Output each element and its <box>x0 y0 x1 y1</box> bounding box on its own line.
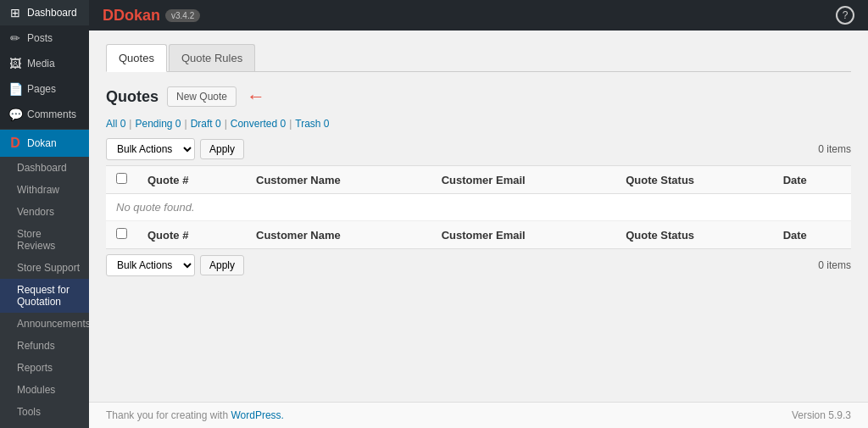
apply-button-bottom[interactable]: Apply <box>200 255 244 275</box>
sidebar-sub-store-support[interactable]: Store Support <box>0 257 89 279</box>
sidebar-item-label: Dashboard <box>27 7 77 19</box>
sidebar-item-label: Dokan <box>27 137 57 149</box>
footer: Thank you for creating with WordPress. V… <box>89 402 868 428</box>
wordpress-link[interactable]: WordPress. <box>231 409 283 421</box>
help-icon[interactable]: ? <box>836 6 854 25</box>
sidebar-item-posts[interactable]: ✏ Posts <box>0 25 89 51</box>
sidebar-item-label: Media <box>27 58 55 69</box>
sidebar-sub-verifications[interactable]: Verifications <box>0 423 89 428</box>
th-customer-name-bottom: Customer Name <box>246 221 431 249</box>
topbar: DDokan v3.4.2 ? <box>89 0 868 31</box>
sidebar-sub-tools[interactable]: Tools <box>0 401 89 423</box>
apply-button-top[interactable]: Apply <box>200 139 244 159</box>
select-all-checkbox-bottom[interactable] <box>116 228 127 239</box>
table-footer-header-row: Quote # Customer Name Customer Email Quo… <box>106 221 851 249</box>
select-all-checkbox-top[interactable] <box>116 173 127 184</box>
sidebar-sub-request-quotation[interactable]: Request for Quotation ← <box>0 279 89 313</box>
sidebar-sub-store-reviews[interactable]: Store Reviews <box>0 223 89 257</box>
sidebar-item-pages[interactable]: 📄 Pages <box>0 76 89 102</box>
pages-icon: 📄 <box>8 82 22 96</box>
th-customer-email: Customer Email <box>431 166 615 194</box>
new-quote-button[interactable]: New Quote <box>167 86 236 107</box>
no-data-row: No quote found. <box>106 194 851 221</box>
filter-all[interactable]: All 0 <box>106 118 125 130</box>
version-badge: v3.4.2 <box>165 9 200 22</box>
main-area: DDokan v3.4.2 ? Quotes Quote Rules Quote… <box>89 0 868 428</box>
tab-quote-rules[interactable]: Quote Rules <box>169 44 255 71</box>
th-checkbox <box>106 166 137 194</box>
posts-icon: ✏ <box>8 31 22 45</box>
topbar-right: ? <box>836 6 854 25</box>
footer-text: Thank you for creating with WordPress. <box>106 409 284 421</box>
dokan-logo-d: D <box>103 7 114 24</box>
sidebar-item-media[interactable]: 🖼 Media <box>0 51 89 76</box>
th-customer-email-bottom: Customer Email <box>431 221 615 249</box>
comments-icon: 💬 <box>8 108 22 121</box>
table-header-row: Quote # Customer Name Customer Email Quo… <box>106 166 851 194</box>
dokan-logo: DDokan <box>103 7 160 25</box>
filter-converted[interactable]: Converted 0 <box>231 118 286 130</box>
sidebar-item-comments[interactable]: 💬 Comments <box>0 102 89 127</box>
dokan-icon: D <box>8 136 22 151</box>
content-area: Quotes Quote Rules Quotes New Quote ← Al… <box>89 31 868 402</box>
filter-draft[interactable]: Draft 0 <box>191 118 221 130</box>
th-quote-status: Quote Status <box>615 166 772 194</box>
sidebar-item-dashboard[interactable]: ⊞ Dashboard <box>0 0 89 25</box>
th-checkbox-bottom <box>106 221 137 249</box>
sidebar: ⊞ Dashboard ✏ Posts 🖼 Media 📄 Pages 💬 Co… <box>0 0 89 428</box>
bulk-actions-dropdown-bottom[interactable]: Bulk Actions <box>106 254 195 276</box>
filter-pending[interactable]: Pending 0 <box>135 118 181 130</box>
filter-bar: All 0 | Pending 0 | Draft 0 | Converted … <box>106 118 851 130</box>
items-count-top: 0 items <box>818 143 851 155</box>
th-quote-num: Quote # <box>137 166 246 194</box>
bulk-select-bottom: Bulk Actions Apply <box>106 254 244 276</box>
th-date-bottom: Date <box>773 221 851 249</box>
dashboard-icon: ⊞ <box>8 6 22 19</box>
sidebar-sub-vendors[interactable]: Vendors <box>0 201 89 223</box>
sidebar-sub-reports[interactable]: Reports <box>0 357 89 379</box>
th-date: Date <box>773 166 851 194</box>
no-data-message: No quote found. <box>106 194 851 221</box>
version-text: Version 5.9.3 <box>792 409 851 421</box>
page-title: Quotes <box>106 88 159 106</box>
sidebar-sub-modules[interactable]: Modules <box>0 379 89 401</box>
th-quote-status-bottom: Quote Status <box>615 221 772 249</box>
sidebar-sub-withdraw[interactable]: Withdraw <box>0 179 89 201</box>
new-quote-arrow: ← <box>247 86 265 108</box>
table-controls-bottom: Bulk Actions Apply 0 items <box>106 254 851 276</box>
media-icon: 🖼 <box>8 57 22 70</box>
items-count-bottom: 0 items <box>818 259 851 271</box>
sidebar-sub-announcements[interactable]: Announcements <box>0 313 89 335</box>
filter-trash[interactable]: Trash 0 <box>295 118 329 130</box>
bulk-select-top: Bulk Actions Apply <box>106 138 244 160</box>
sidebar-item-label: Pages <box>27 83 56 95</box>
page-header: Quotes New Quote ← <box>106 86 851 108</box>
sidebar-item-label: Comments <box>27 108 76 120</box>
sidebar-sub-dashboard[interactable]: Dashboard <box>0 157 89 179</box>
sidebar-item-dokan[interactable]: D Dokan <box>0 130 89 157</box>
th-quote-num-bottom: Quote # <box>137 221 246 249</box>
table-controls-top: Bulk Actions Apply 0 items <box>106 138 851 160</box>
brand-area: DDokan v3.4.2 <box>103 7 200 25</box>
tab-quotes[interactable]: Quotes <box>106 44 167 72</box>
sidebar-item-label: Posts <box>27 32 53 44</box>
sidebar-sub-refunds[interactable]: Refunds <box>0 335 89 357</box>
th-customer-name: Customer Name <box>246 166 431 194</box>
page-tabs: Quotes Quote Rules <box>106 44 851 72</box>
quotes-table: Quote # Customer Name Customer Email Quo… <box>106 165 851 249</box>
bulk-actions-dropdown-top[interactable]: Bulk Actions <box>106 138 195 160</box>
